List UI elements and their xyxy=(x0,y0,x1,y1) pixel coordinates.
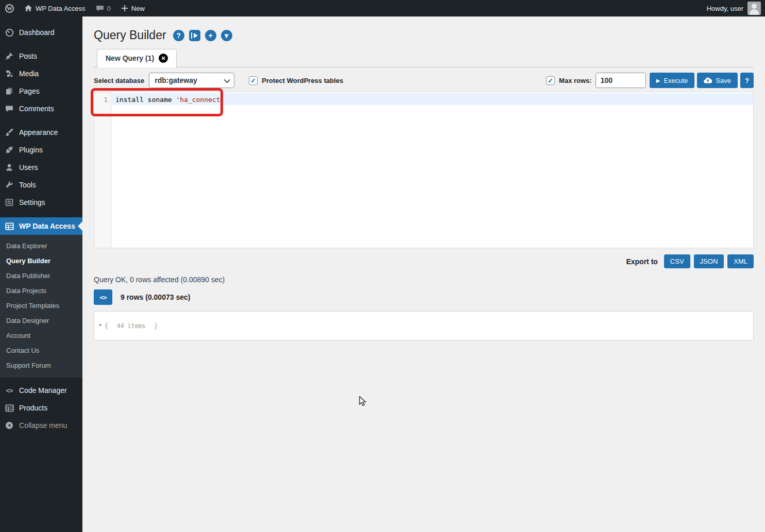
sidebar-item-plugins[interactable]: Plugins xyxy=(0,141,82,159)
play-icon: ▶ xyxy=(656,78,660,83)
sidebar-item-comments[interactable]: Comments xyxy=(0,100,82,117)
tab-close-icon[interactable]: ✕ xyxy=(159,54,168,63)
chevron-down-icon xyxy=(224,76,231,83)
sidebar-item-media[interactable]: Media xyxy=(0,65,82,82)
max-rows-label: Max rows: xyxy=(559,77,592,84)
tab-new-query[interactable]: New Query (1) ✕ xyxy=(97,49,177,67)
sidebar-item-pages[interactable]: Pages xyxy=(0,82,82,100)
submenu-item-contact-us[interactable]: Contact Us xyxy=(0,343,82,358)
help-icon[interactable]: ? xyxy=(173,30,184,41)
view-raw-button[interactable]: <> xyxy=(94,289,112,305)
site-name-link[interactable]: WP Data Access xyxy=(19,0,91,16)
submenu-item-data-explorer[interactable]: Data Explorer xyxy=(0,238,82,253)
sidebar-item-code-manager[interactable]: <> Code Manager xyxy=(0,382,82,399)
json-items-count: 44 items xyxy=(111,322,151,330)
submenu-item-data-publisher[interactable]: Data Publisher xyxy=(0,268,82,283)
tree-expand-icon[interactable]: ▶ xyxy=(99,322,102,327)
more-actions-icon[interactable]: ▾ xyxy=(221,30,232,41)
sidebar-item-settings[interactable]: Settings xyxy=(0,194,82,211)
max-rows-checkbox[interactable]: ✓ xyxy=(546,76,555,85)
export-to-label: Export to xyxy=(626,258,657,266)
site-name-label: WP Data Access xyxy=(36,5,86,12)
query-status-message: Query OK, 0 rows affected (0.00890 sec) xyxy=(94,276,754,284)
admin-sidebar: Dashboard Posts Media Pages Comments App… xyxy=(0,16,82,532)
export-json-button[interactable]: JSON xyxy=(694,254,724,268)
user-avatar[interactable] xyxy=(747,2,761,15)
wordpress-logo-icon: W xyxy=(5,4,14,13)
users-icon xyxy=(4,163,14,171)
comments-shortcut[interactable]: 0 xyxy=(91,0,116,16)
plugins-icon xyxy=(4,146,14,154)
protect-tables-label: Protect WordPress tables xyxy=(262,77,343,84)
pushpin-icon xyxy=(4,52,14,60)
execute-button[interactable]: ▶ Execute xyxy=(650,73,695,88)
admin-bar: W WP Data Access 0 New Howdy, user xyxy=(0,0,765,16)
code-brackets-icon: <> xyxy=(4,387,14,394)
query-tab-bar: New Query (1) ✕ xyxy=(94,49,754,67)
cloud-upload-icon xyxy=(704,77,712,83)
add-query-icon[interactable]: + xyxy=(205,30,216,41)
sidebar-item-users[interactable]: Users xyxy=(0,159,82,176)
export-csv-button[interactable]: CSV xyxy=(664,254,690,268)
tools-icon xyxy=(4,181,14,189)
sidebar-item-appearance[interactable]: Appearance xyxy=(0,124,82,141)
line-number: 1 xyxy=(104,96,108,104)
howdy-user[interactable]: Howdy, user xyxy=(707,5,743,12)
database-select-value: rdb:gateway xyxy=(155,76,224,84)
result-summary: 9 rows (0.00073 sec) xyxy=(121,293,190,301)
dashboard-icon xyxy=(4,28,14,37)
submenu-item-account[interactable]: Account xyxy=(0,328,82,343)
table-grid-icon xyxy=(4,222,14,231)
json-close-brace: } xyxy=(154,322,158,330)
json-result-box: ▶ { 44 items } xyxy=(94,311,754,340)
sidebar-item-posts[interactable]: Posts xyxy=(0,47,82,65)
comments-icon xyxy=(4,105,14,113)
sidebar-item-products[interactable]: Products xyxy=(0,399,82,417)
wp-data-access-submenu: Data Explorer Query Builder Data Publish… xyxy=(0,235,82,377)
comments-count: 0 xyxy=(107,5,111,12)
result-row: <> 9 rows (0.00073 sec) xyxy=(94,289,754,305)
submenu-item-data-projects[interactable]: Data Projects xyxy=(0,283,82,298)
max-rows-input[interactable] xyxy=(596,73,646,88)
appearance-icon xyxy=(4,128,14,136)
submenu-item-project-templates[interactable]: Project Templates xyxy=(0,298,82,313)
editor-gutter: 1 xyxy=(94,92,111,248)
media-icon xyxy=(4,70,14,78)
query-toolbar: Select database rdb:gateway ✓ Protect Wo… xyxy=(94,72,754,89)
select-database-label: Select database xyxy=(94,77,144,84)
database-select[interactable]: rdb:gateway xyxy=(149,73,234,88)
new-content-button[interactable]: New xyxy=(116,0,150,16)
sql-code-editor[interactable]: 1 install soname 'ha_connect' xyxy=(94,92,754,248)
page-title: Query Builder xyxy=(94,28,166,42)
settings-icon xyxy=(4,198,14,207)
pages-icon xyxy=(4,87,14,95)
collapse-arrow-icon xyxy=(4,421,14,430)
wordpress-logo[interactable]: W xyxy=(0,0,19,16)
sidebar-item-tools[interactable]: Tools xyxy=(0,176,82,194)
comment-bubble-icon xyxy=(96,4,104,12)
tab-label: New Query (1) xyxy=(106,54,154,62)
json-open-brace: { xyxy=(105,322,108,330)
sidebar-item-wp-data-access[interactable]: WP Data Access xyxy=(0,217,82,235)
toolbar-help-button[interactable]: ? xyxy=(740,73,754,88)
protect-tables-checkbox[interactable]: ✓ xyxy=(249,76,258,85)
sidebar-item-collapse-menu[interactable]: Collapse menu xyxy=(0,417,82,434)
submenu-item-data-designer[interactable]: Data Designer xyxy=(0,313,82,328)
save-button[interactable]: Save xyxy=(697,73,738,88)
main-content: Query Builder ? + ▾ New Query (1) ✕ Sele… xyxy=(82,16,765,532)
open-query-icon[interactable] xyxy=(189,30,200,41)
new-label: New xyxy=(131,5,145,12)
export-xml-button[interactable]: XML xyxy=(727,254,754,268)
submenu-item-support-forum[interactable]: Support Forum xyxy=(0,358,82,373)
sql-code-line[interactable]: install soname 'ha_connect' xyxy=(115,96,224,104)
plus-icon xyxy=(121,5,128,12)
products-table-icon xyxy=(4,404,14,413)
sidebar-item-dashboard[interactable]: Dashboard xyxy=(0,24,82,41)
submenu-item-query-builder[interactable]: Query Builder xyxy=(0,253,82,268)
sql-string-literal: 'ha_connect' xyxy=(176,96,224,104)
home-icon xyxy=(24,4,32,12)
export-row: Export to CSV JSON XML xyxy=(94,254,754,268)
